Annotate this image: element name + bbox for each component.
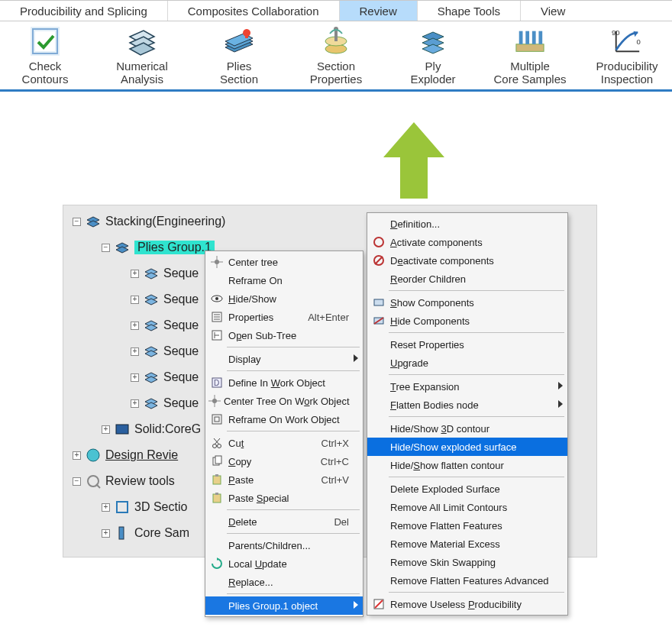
paste-icon xyxy=(208,490,225,506)
ribbon-label: Check xyxy=(29,60,62,73)
numerical-analysis-button[interactable]: Numerical Analysis xyxy=(100,26,184,86)
svg-marker-15 xyxy=(422,44,444,53)
expand-icon[interactable]: + xyxy=(131,270,139,278)
menu-item-label: Parents/Children... xyxy=(228,540,311,551)
menu-item[interactable]: Paste Special xyxy=(205,489,363,507)
expand-icon[interactable]: + xyxy=(131,399,139,408)
tab-shape-tools[interactable]: Shape Tools xyxy=(418,1,521,21)
tab-review[interactable]: Review xyxy=(340,1,418,21)
menu-item[interactable]: Reframe On Work Object xyxy=(205,410,363,428)
menu-item[interactable]: Local Update xyxy=(205,554,363,573)
menu-item[interactable]: Hide/Show 3D contour xyxy=(367,419,567,438)
menu-item-icon xyxy=(370,517,387,534)
menu-item[interactable]: PasteCtrl+V xyxy=(205,470,363,489)
svg-rect-66 xyxy=(212,415,221,424)
menu-item[interactable]: CopyCtrl+C xyxy=(205,452,363,470)
menu-item[interactable]: Hide/Show flatten contour xyxy=(367,456,567,474)
svg-rect-47 xyxy=(117,502,128,512)
menu-item[interactable]: Remove Material Excess xyxy=(367,535,567,553)
expand-icon[interactable]: + xyxy=(131,347,139,356)
collapse-icon[interactable]: − xyxy=(73,477,81,486)
expand-icon[interactable]: + xyxy=(131,373,139,382)
menu-item[interactable]: Center Tree On Work Object xyxy=(205,392,363,410)
menu-item-icon xyxy=(370,554,387,570)
ribbon-label: Producibility xyxy=(596,60,658,73)
menu-item[interactable]: Hide/Show exploded surface xyxy=(367,438,567,456)
solid-icon xyxy=(115,422,130,437)
menu-item-label: Remove Useless Producibility xyxy=(390,599,522,610)
menu-item[interactable]: DeleteDel xyxy=(205,512,363,531)
hide-comp-icon xyxy=(370,312,387,329)
menu-item[interactable]: Plies Group.1 object xyxy=(205,596,363,615)
menu-item[interactable]: Show Components xyxy=(367,293,567,312)
menu-item[interactable]: Display xyxy=(205,350,363,368)
menu-item-icon xyxy=(208,351,225,367)
menu-item[interactable]: Upgrade xyxy=(367,354,567,372)
menu-separator xyxy=(389,592,564,593)
collapse-icon[interactable]: − xyxy=(102,244,110,252)
expand-icon[interactable]: + xyxy=(102,425,110,434)
menu-item-label: Hide/Show xyxy=(228,293,276,305)
check-contours-button[interactable]: Check Contours xyxy=(3,26,87,86)
tab-view[interactable]: View xyxy=(521,1,585,21)
expand-icon[interactable]: + xyxy=(102,503,110,512)
tab-label: Producibility and Splicing xyxy=(20,5,147,18)
menu-item[interactable]: DDefine In Work Object xyxy=(205,373,363,392)
menu-item-icon xyxy=(370,396,387,413)
ply-exploder-button[interactable]: Ply Exploder xyxy=(391,26,475,86)
menu-item[interactable]: Delete Exploded Surface xyxy=(367,480,567,498)
menu-item[interactable]: Remove All Limit Contours xyxy=(367,498,567,516)
menu-item-label: Reframe On Work Object xyxy=(228,414,340,425)
svg-marker-36 xyxy=(145,325,157,331)
tab-composites-collaboration[interactable]: Composites Collaboration xyxy=(168,1,340,21)
plies-section-button[interactable]: Plies Section xyxy=(197,26,281,86)
menu-item[interactable]: Flatten Bodies node xyxy=(367,396,567,414)
svg-rect-82 xyxy=(374,299,383,305)
menu-item[interactable]: Tree Expansion xyxy=(367,377,567,396)
multiple-core-samples-button[interactable]: Multiple Core Samples xyxy=(488,26,572,86)
submenu-arrow-icon xyxy=(558,382,563,389)
tree-label: Seque xyxy=(163,396,199,410)
collapse-icon[interactable]: − xyxy=(73,218,81,226)
menu-item-label: Activate components xyxy=(390,237,483,248)
menu-item[interactable]: Remove Flatten Features xyxy=(367,516,567,535)
menu-item[interactable]: Remove Flatten Features Advanced xyxy=(367,571,567,590)
menu-item[interactable]: Center tree xyxy=(205,253,363,271)
menu-item[interactable]: CutCtrl+X xyxy=(205,434,363,452)
plies-group-icon xyxy=(115,240,130,255)
menu-item[interactable]: PropertiesAlt+Enter xyxy=(205,308,363,326)
ribbon-label: Numerical xyxy=(116,60,168,73)
subtree-icon xyxy=(208,327,225,344)
menu-item[interactable]: Reframe On xyxy=(205,271,363,289)
paste-icon xyxy=(208,471,225,488)
menu-item[interactable]: Definition... xyxy=(367,215,567,233)
expand-icon[interactable]: + xyxy=(102,529,110,538)
expand-icon[interactable]: + xyxy=(131,296,139,304)
tab-label: Composites Collaboration xyxy=(188,5,319,18)
ribbon-label: Multiple xyxy=(510,60,550,73)
section-properties-button[interactable]: Section Properties xyxy=(294,26,378,86)
menu-item[interactable]: Remove Skin Swapping xyxy=(367,553,567,571)
menu-item[interactable]: Reorder Children xyxy=(367,270,567,288)
menu-item[interactable]: Activate components xyxy=(367,233,567,251)
menu-item[interactable]: Parents/Children... xyxy=(205,536,363,554)
menu-item[interactable]: Remove Useless Producibility xyxy=(367,595,567,613)
menu-item[interactable]: Replace... xyxy=(205,573,363,591)
expand-icon[interactable]: + xyxy=(73,451,81,460)
multiple-core-samples-icon xyxy=(515,26,545,57)
menu-item[interactable]: Deactivate components xyxy=(367,251,567,270)
menu-item-label: Remove All Limit Contours xyxy=(390,502,507,513)
menu-item[interactable]: Hide/Show xyxy=(205,289,363,308)
properties-icon xyxy=(208,309,225,325)
menu-item[interactable]: Reset Properties xyxy=(367,335,567,354)
context-menu-primary: Center treeReframe OnHide/ShowProperties… xyxy=(205,250,363,617)
tab-producibility-splicing[interactable]: Producibility and Splicing xyxy=(0,1,168,21)
expand-icon[interactable]: + xyxy=(131,322,139,330)
menu-item-label: Local Update xyxy=(228,558,287,570)
3d-section-icon xyxy=(115,499,130,515)
menu-item-label: Flatten Bodies node xyxy=(390,399,479,411)
producibility-inspection-button[interactable]: 90 0 Producibility Inspection xyxy=(585,26,669,86)
menu-item[interactable]: Hide Components xyxy=(367,312,567,330)
menu-item[interactable]: Open Sub-Tree xyxy=(205,326,363,344)
menu-separator xyxy=(227,593,360,594)
